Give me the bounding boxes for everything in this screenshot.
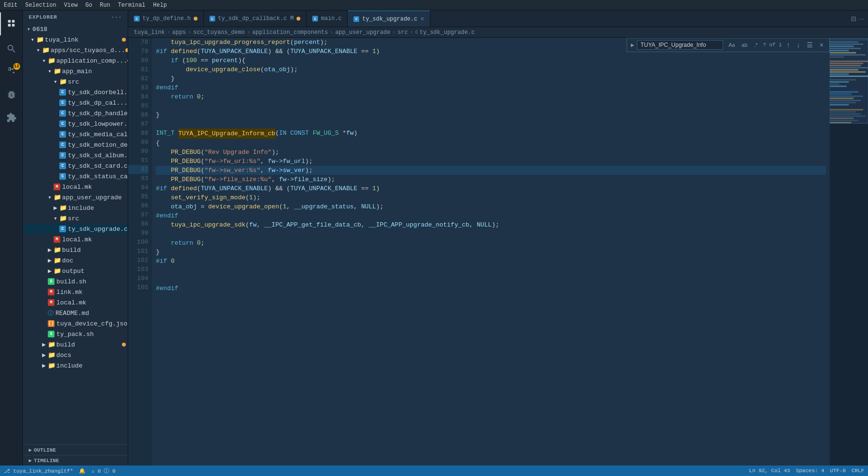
tree-apps[interactable]: ▾ 📁 apps/scc_tuyaos_d... xyxy=(23,45,128,55)
status-bar: ⎇ tuya_link_zhangltf* 🔔 ⚠ 0 ⓘ 0 Ln 92, C… xyxy=(0,465,868,476)
tree-build-top[interactable]: ▶ 📁 build xyxy=(23,339,128,350)
tree-appcomp[interactable]: ▾ 📁 application_comp... xyxy=(23,55,128,66)
tree-readme[interactable]: ⓘ README.md xyxy=(23,308,128,318)
tree-sd-album[interactable]: C ty_sdk_sd_album.c xyxy=(23,150,128,161)
tree-src-upgrade[interactable]: ▾ 📁 src xyxy=(23,213,128,224)
tree-tuya-cfg-json[interactable]: {} tuya_device_cfg.json xyxy=(23,318,128,329)
timeline-header[interactable]: ▶ TIMELINE xyxy=(23,455,128,465)
svg-rect-33 xyxy=(830,116,866,117)
find-input[interactable] xyxy=(637,40,723,50)
find-prev-button[interactable]: ↑ xyxy=(785,41,792,49)
tree-output[interactable]: ▶ 📁 output xyxy=(23,266,128,276)
tree-build[interactable]: ▶ 📁 build xyxy=(23,245,128,255)
outline-section: ▶ OUTLINE xyxy=(23,444,128,455)
find-expand-icon[interactable]: ▶ xyxy=(631,42,634,49)
folder-icon: 📁 xyxy=(54,194,61,201)
activity-sourcecontrol[interactable]: 12 xyxy=(0,60,23,83)
code-line xyxy=(156,101,826,110)
tree-localmk-upgrade[interactable]: M local.mk xyxy=(23,234,128,245)
outline-header[interactable]: ▶ OUTLINE xyxy=(23,445,128,455)
problems-status[interactable]: ⚠ 0 ⓘ 0 xyxy=(91,467,116,475)
tree-appmain[interactable]: ▾ 📁 app_main xyxy=(23,66,128,76)
tree-dp-handler[interactable]: C ty_sdk_dp_handler.c xyxy=(23,108,128,119)
explorer-title: EXPLORER xyxy=(29,14,57,20)
tab-close-button[interactable]: × xyxy=(420,15,424,23)
split-editor-button[interactable]: ⊟ xyxy=(851,15,857,22)
tree-doorbell[interactable]: C ty_sdk_doorbell.c xyxy=(23,87,128,97)
menu-selection[interactable]: Selection xyxy=(25,2,56,9)
svg-rect-27 xyxy=(830,100,861,101)
tree-dp-cal[interactable]: C ty_sdk_dp_cal... M xyxy=(23,97,128,108)
svg-rect-36 xyxy=(830,122,851,123)
code-line: { xyxy=(156,139,826,148)
menu-view[interactable]: View xyxy=(64,2,78,9)
cursor-position[interactable]: Ln 92, Col 43 xyxy=(749,468,790,474)
code-line: #if 0 xyxy=(156,257,826,266)
tree-include-top[interactable]: ▶ 📁 include xyxy=(23,360,128,371)
code-line: PR_DEBUG("fw->file_size:%u", fw->file_si… xyxy=(156,175,826,184)
menu-edit[interactable]: Edit xyxy=(4,2,18,9)
find-regex[interactable]: .* xyxy=(752,41,760,49)
tree-motion[interactable]: C ty_sdk_motion_det... xyxy=(23,140,128,150)
indent-spaces[interactable]: Spaces: 4 xyxy=(796,468,824,474)
tree-doc[interactable]: ▶ 📁 doc xyxy=(23,255,128,266)
breadcrumb-scc[interactable]: scc_tuyaos_demo xyxy=(193,29,245,36)
menu-go[interactable]: Go xyxy=(85,2,92,9)
tree-root[interactable]: ▾ 0618 xyxy=(23,24,128,34)
menu-run[interactable]: Run xyxy=(100,2,110,9)
tree-status-callb[interactable]: C ty_sdk_status_callb... xyxy=(23,171,128,182)
find-close-button[interactable]: × xyxy=(818,41,825,49)
folder-icon: 📁 xyxy=(42,46,50,54)
code-line xyxy=(156,229,826,238)
activity-debug[interactable] xyxy=(0,83,23,106)
tree-src-appmain[interactable]: ▾ 📁 src xyxy=(23,76,128,87)
code-content[interactable]: tuya_ipc_upgrade_progress_report(percent… xyxy=(152,38,830,465)
find-next-button[interactable]: ↓ xyxy=(795,41,802,49)
tree-lowpower[interactable]: C ty_sdk_lowpower.c xyxy=(23,119,128,129)
git-branch-status[interactable]: ⎇ tuya_link_zhangltf* xyxy=(4,468,73,474)
sidebar-menu-icon[interactable]: ··· xyxy=(111,14,122,20)
activity-search[interactable] xyxy=(0,37,23,60)
more-actions-button[interactable]: ··· xyxy=(858,15,864,22)
tree-ty-sdk-upgrade[interactable]: C ty_sdk_upgrade.c xyxy=(23,224,128,234)
svg-rect-25 xyxy=(830,96,863,97)
breadcrumb-apps[interactable]: apps xyxy=(172,29,186,36)
encoding-status[interactable]: UTF-8 xyxy=(830,468,846,474)
folder-icon: 📁 xyxy=(54,246,61,254)
code-line xyxy=(156,275,826,284)
code-editor: 78 79 80 81 82 83 84 85 86 87 88 89 90 9… xyxy=(128,38,868,465)
code-line: tuya_ipc_upgrade_sdk(fw, __IPC_APP_get_f… xyxy=(156,220,826,229)
tree-tuya-link[interactable]: ▾ 📁 tuya_link xyxy=(23,34,128,45)
code-line xyxy=(156,266,826,275)
breadcrumb-src[interactable]: src xyxy=(397,29,408,36)
sync-status[interactable]: 🔔 xyxy=(79,468,86,474)
activity-explorer[interactable] xyxy=(0,12,23,35)
tab-ty-sdk-dp-callback[interactable]: C ty_sdk_dp_callback.c M xyxy=(204,11,307,27)
tree-build-sh[interactable]: $ build.sh xyxy=(23,276,128,287)
menu-terminal[interactable]: Terminal xyxy=(118,2,145,9)
breadcrumb-tuya-link[interactable]: tuya_link xyxy=(134,29,165,36)
breadcrumb-file[interactable]: C ty_sdk_upgrade.c xyxy=(415,29,475,36)
tree-docs[interactable]: ▶ 📁 docs xyxy=(23,350,128,360)
breadcrumb-appcomp[interactable]: application_components xyxy=(252,29,328,36)
find-case-sensitive[interactable]: Aa xyxy=(726,41,737,49)
tab-ty-dp-define[interactable]: C ty_dp_define.h xyxy=(128,11,204,27)
tree-sd-card[interactable]: C ty_sdk_sd_card.c xyxy=(23,161,128,171)
svg-rect-28 xyxy=(830,102,856,103)
tree-localmk-appmain[interactable]: M local.mk xyxy=(23,182,128,192)
svg-rect-32 xyxy=(830,113,861,115)
eol-status[interactable]: CRLF xyxy=(852,468,864,474)
activity-extensions[interactable] xyxy=(0,106,23,129)
find-select-all-button[interactable]: ☰ xyxy=(805,41,815,49)
breadcrumb-app-user-upgrade[interactable]: app_user_upgrade xyxy=(335,29,390,36)
menu-help[interactable]: Help xyxy=(153,2,167,9)
tree-media[interactable]: C ty_sdk_media_callb... xyxy=(23,129,128,140)
tab-main-c[interactable]: C main.c xyxy=(307,11,348,27)
tree-ty-pack-sh[interactable]: $ ty_pack.sh xyxy=(23,329,128,339)
tab-ty-sdk-upgrade[interactable]: C ty_sdk_upgrade.c × xyxy=(348,11,430,27)
tree-link-mk[interactable]: M link.mk xyxy=(23,287,128,297)
tree-include-upgrade[interactable]: ▶ 📁 include xyxy=(23,203,128,213)
find-whole-word[interactable]: ab xyxy=(739,41,750,49)
tree-app-user-upgrade[interactable]: ▾ 📁 app_user_upgrade xyxy=(23,192,128,203)
tree-local-mk[interactable]: M local.mk xyxy=(23,297,128,308)
